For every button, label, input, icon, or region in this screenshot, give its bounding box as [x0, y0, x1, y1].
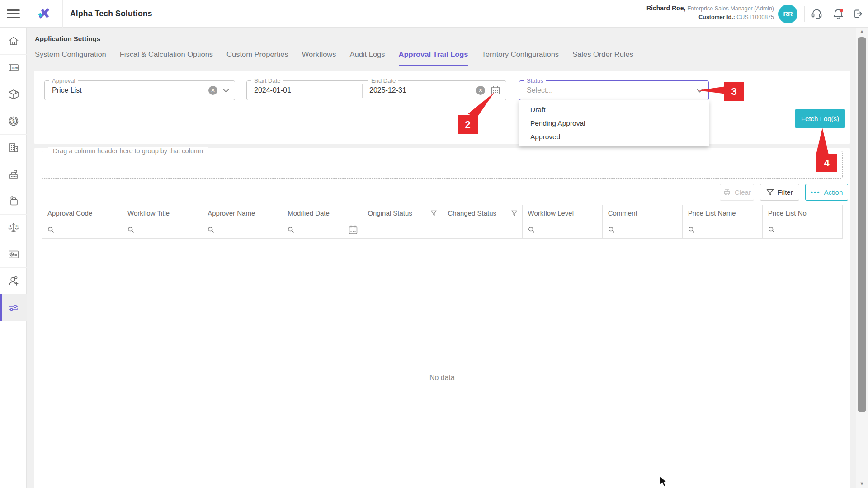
app-title: Alpha Tech Solutions: [70, 0, 152, 28]
filter-cell-price-list-name[interactable]: [683, 221, 763, 238]
column-filter-funnel-icon[interactable]: [430, 210, 437, 216]
approval-value: Price List: [52, 81, 82, 100]
hamburger-menu-icon[interactable]: [7, 9, 20, 18]
search-icon: [47, 226, 54, 233]
column-header-approver-name[interactable]: Approver Name: [202, 205, 282, 221]
sidebar-item-ledger[interactable]: D C: [0, 214, 27, 241]
approval-select[interactable]: Approval Price List ✕: [44, 80, 235, 100]
start-date-value: 2024-01-01: [254, 81, 291, 100]
sidebar-item-products[interactable]: [0, 81, 27, 108]
column-header-comment[interactable]: Comment: [603, 205, 683, 221]
filter-cell-workflow-title[interactable]: [122, 221, 202, 238]
clear-approval-icon[interactable]: ✕: [208, 86, 217, 95]
status-option-pending-approval[interactable]: Pending Approval: [519, 117, 709, 130]
filter-cell-modified-date[interactable]: [282, 221, 362, 238]
group-hint-text: Drag a column header here to group by th…: [48, 147, 208, 155]
filter-cell-approval-code[interactable]: [42, 221, 122, 238]
page-title: Application Settings: [35, 35, 100, 42]
status-select[interactable]: Status Select...: [519, 80, 709, 100]
tab-workflows[interactable]: Workflows: [302, 50, 336, 66]
filter-cell-approver-name[interactable]: [202, 221, 282, 238]
filter-cell-workflow-level[interactable]: [523, 221, 603, 238]
notifications-bell-icon[interactable]: [832, 8, 844, 20]
tab-sales-order-rules[interactable]: Sales Order Rules: [572, 50, 633, 66]
logs-table: Approval Code Workflow Title Approver Na…: [42, 205, 843, 239]
clear-button[interactable]: Clear: [720, 184, 754, 201]
tab-approval-trail-logs[interactable]: Approval Trail Logs: [399, 50, 468, 66]
search-icon: [127, 226, 134, 233]
customer-id-label: Customer Id.:: [698, 14, 735, 20]
tab-custom-properties[interactable]: Custom Properties: [226, 50, 288, 66]
annotation-badge-4: 4: [816, 154, 837, 172]
filter-cell-price-list-no[interactable]: [763, 221, 843, 238]
search-icon: [688, 226, 695, 233]
fetch-logs-button[interactable]: Fetch Log(s): [795, 109, 845, 128]
tab-audit-logs[interactable]: Audit Logs: [350, 50, 385, 66]
sidebar-item-add-user[interactable]: [0, 267, 27, 294]
empty-state-text: No data: [34, 374, 850, 382]
date-range-field[interactable]: Start Date 2024-01-01 End Date 2025-12-3…: [246, 80, 506, 100]
filter-button[interactable]: Filter: [760, 184, 799, 201]
svg-text:D: D: [9, 224, 11, 228]
shopping-bag-icon: [7, 195, 20, 207]
user-role: Enterprise Sales Manager (Admin): [687, 5, 774, 12]
scrollbar-up-arrow[interactable]: ▲: [856, 28, 868, 34]
column-header-changed-status[interactable]: Changed Status: [442, 205, 522, 221]
search-icon: [288, 226, 294, 233]
column-header-workflow-title[interactable]: Workflow Title: [122, 205, 202, 221]
grid-panel: Drag a column header here to group by th…: [34, 148, 850, 488]
group-drop-zone[interactable]: Drag a column header here to group by th…: [42, 151, 843, 179]
sidebar-item-organization[interactable]: [0, 134, 27, 161]
search-icon: [768, 226, 775, 233]
svg-text:C: C: [15, 224, 18, 228]
avatar[interactable]: RR: [778, 5, 797, 23]
clear-button-label: Clear: [735, 188, 751, 196]
annotation-arrow-4: [814, 128, 836, 155]
app-logo-icon[interactable]: [36, 6, 52, 21]
sidebar-item-billing[interactable]: [0, 161, 27, 188]
sidebar-item-purchases[interactable]: [0, 188, 27, 214]
status-option-approved[interactable]: Approved: [519, 130, 709, 144]
filter-cell-comment[interactable]: [603, 221, 683, 238]
column-filter-funnel-icon[interactable]: [511, 210, 518, 216]
mouse-cursor: [659, 476, 667, 488]
search-icon: [208, 226, 214, 233]
logout-icon[interactable]: [852, 8, 864, 20]
header-divider: [27, 0, 27, 28]
tab-system-configuration[interactable]: System Configuration: [35, 50, 106, 66]
add-user-icon: [7, 275, 20, 287]
calendar-icon[interactable]: [348, 225, 358, 235]
scrollbar-down-arrow[interactable]: ▼: [856, 481, 868, 486]
search-icon: [528, 226, 535, 233]
column-header-price-list-name[interactable]: Price List Name: [683, 205, 763, 221]
sidebar-item-reports[interactable]: [0, 241, 27, 267]
column-header-workflow-level[interactable]: Workflow Level: [523, 205, 603, 221]
sidebar-item-settings[interactable]: [0, 294, 27, 321]
action-button-label: Action: [824, 188, 843, 196]
cash-register-icon: [7, 168, 20, 181]
status-option-draft[interactable]: Draft: [519, 103, 709, 117]
user-info: Richard Roe, Enterprise Sales Manager (A…: [646, 5, 774, 21]
search-icon: [608, 226, 615, 233]
sidebar-item-crm[interactable]: CRM: [0, 54, 27, 81]
svg-text:$: $: [12, 119, 15, 124]
column-header-modified-date[interactable]: Modified Date: [282, 205, 362, 221]
crm-icon: CRM: [7, 61, 20, 74]
tab-territory-configurations[interactable]: Territory Configurations: [482, 50, 559, 66]
support-headset-icon[interactable]: [811, 8, 823, 20]
action-button[interactable]: ••• Action: [805, 184, 848, 201]
vertical-scrollbar[interactable]: ▲ ▼: [856, 28, 868, 488]
filter-cell-original-status[interactable]: [362, 221, 442, 238]
sidebar-item-pricing[interactable]: $: [0, 108, 27, 134]
sidebar-item-home[interactable]: [0, 28, 27, 54]
column-header-original-status[interactable]: Original Status: [362, 205, 442, 221]
annotation-arrow-3: [698, 85, 726, 96]
chevron-down-icon[interactable]: [223, 89, 229, 93]
filter-cell-changed-status[interactable]: [442, 221, 522, 238]
column-header-price-list-no[interactable]: Price List No: [763, 205, 843, 221]
column-header-approval-code[interactable]: Approval Code: [42, 205, 122, 221]
tab-fiscal-calculation-options[interactable]: Fiscal & Calculation Options: [120, 50, 213, 66]
user-name: Richard Roe,: [646, 5, 685, 12]
scrollbar-thumb[interactable]: [858, 37, 866, 412]
sidebar-nav: CRM $: [0, 28, 27, 488]
